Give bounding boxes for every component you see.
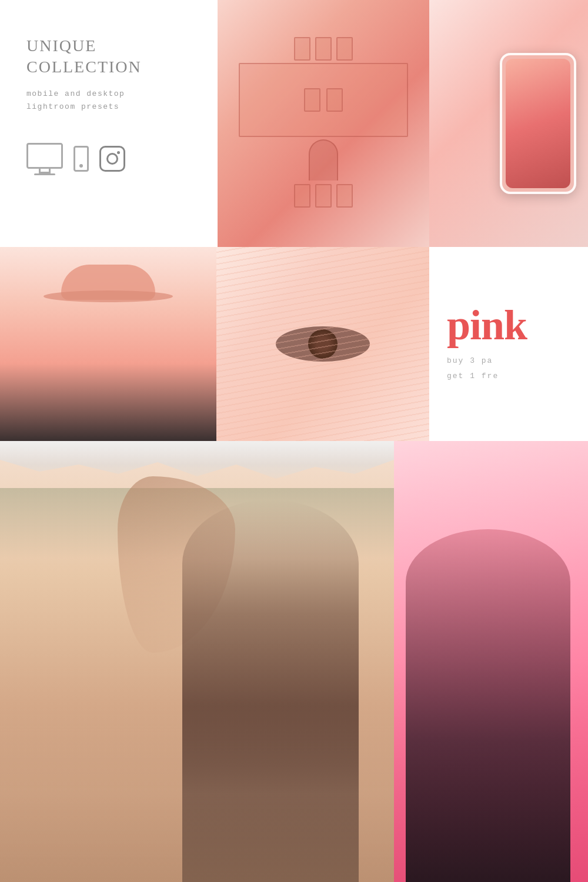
phone-home-button — [79, 164, 83, 168]
bottom-left-image — [0, 441, 394, 882]
bottom-section — [0, 441, 588, 882]
promo-text: buy 3 pa get 1 fre — [447, 353, 499, 384]
monitor-screen — [26, 143, 63, 169]
headline-text: UNIQUE COLLECTION — [26, 35, 191, 78]
building-facade — [218, 0, 429, 247]
building-image — [218, 0, 429, 247]
monitor-base — [34, 173, 55, 175]
promo-line1: buy 3 pa — [447, 356, 493, 365]
device-icons-row — [26, 143, 191, 175]
facade-window — [326, 88, 343, 112]
top-images-container — [218, 0, 588, 247]
facade-arch-door — [309, 139, 338, 181]
hair-overlay — [216, 247, 429, 441]
pink-promo-panel: pink buy 3 pa get 1 fre — [429, 247, 588, 441]
middle-section: pink buy 3 pa get 1 fre — [0, 247, 588, 441]
title-line1: UNIQUE — [26, 36, 96, 55]
instagram-icon — [99, 146, 125, 172]
subtitle-line1: mobile and desktop — [26, 89, 125, 98]
top-section: UNIQUE COLLECTION mobile and desktop lig… — [0, 0, 588, 247]
facade-top-windows — [294, 37, 353, 61]
subheadline-text: mobile and desktop lightroom presets — [26, 88, 191, 113]
facade-window — [315, 37, 332, 61]
facade-balcony — [239, 63, 408, 137]
facade-window — [336, 184, 353, 208]
facade-window — [294, 37, 310, 61]
hat-brim — [44, 290, 173, 302]
instagram-dot — [117, 151, 120, 154]
phone-screen — [506, 59, 570, 188]
facade-window — [304, 88, 320, 112]
woman-figure-right — [406, 529, 570, 882]
facade-bottom-windows — [294, 184, 353, 208]
monitor-icon — [26, 143, 63, 175]
top-left-panel: UNIQUE COLLECTION mobile and desktop lig… — [0, 0, 218, 247]
promo-line2: get 1 fre — [447, 372, 499, 380]
title-line2: COLLECTION — [26, 58, 142, 76]
woman-hat-image — [0, 247, 216, 441]
phone-mockup — [500, 53, 576, 194]
subtitle-line2: lightroom presets — [26, 102, 119, 111]
instagram-circle — [106, 153, 118, 165]
bottom-right-image — [394, 441, 588, 882]
brush-stroke-overlay — [0, 441, 394, 488]
phone-screenshot-image — [429, 0, 588, 247]
woman-figure-left — [182, 500, 359, 882]
facade-window — [315, 184, 332, 208]
eye-closeup-bg — [216, 247, 429, 441]
pink-brand-label: pink — [447, 304, 527, 346]
facade-window — [336, 37, 353, 61]
facade-window — [294, 184, 310, 208]
monitor-stand — [39, 169, 51, 173]
phone-icon — [74, 146, 89, 172]
eye-closeup-image — [216, 247, 429, 441]
